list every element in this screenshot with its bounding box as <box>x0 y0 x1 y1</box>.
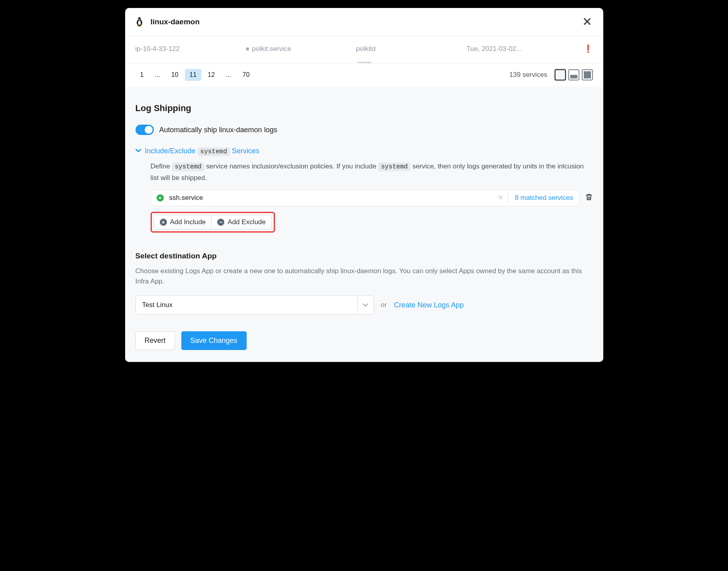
filter-input[interactable]: ssh.service <box>169 194 493 202</box>
systemd-chip: systemd <box>198 147 230 156</box>
page-ellipsis: ... <box>221 69 236 81</box>
collapse-title: Include/Exclude systemd Services <box>145 147 259 155</box>
destination-section: Select destination App Choose existing L… <box>135 252 593 350</box>
clear-filter-icon[interactable]: ✕ <box>493 194 508 202</box>
log-shipping-title: Log Shipping <box>135 103 593 113</box>
include-exclude-desc: Define systemd service names inclusion/e… <box>151 161 593 183</box>
chevron-down-icon <box>135 148 141 154</box>
modal-dialog: linux-daemon ✕ ip-10-4-33-122 polkit.ser… <box>125 8 603 362</box>
page-11-active[interactable]: 11 <box>185 69 202 81</box>
destination-selected-value: Test Linux <box>136 301 357 309</box>
pagination: 1 ... 10 11 12 ... 70 <box>135 69 255 81</box>
add-filter-button-group: + Add Include − Add Exclude <box>151 212 275 233</box>
content-area: Log Shipping Automatically ship linux-da… <box>125 86 603 362</box>
systemd-chip: systemd <box>378 162 410 171</box>
create-new-app-link[interactable]: Create New Logs App <box>394 301 464 309</box>
revert-button[interactable]: Revert <box>135 331 175 350</box>
filter-row: + ssh.service ✕ 8 matched services <box>151 190 593 206</box>
modal-title: linux-daemon <box>151 18 200 26</box>
destination-row: Test Linux or Create New Logs App <box>135 295 593 315</box>
destination-desc: Choose existing Logs App or create a new… <box>135 266 593 287</box>
collapse-body: Define systemd service names inclusion/e… <box>151 161 593 233</box>
info-date: Tue, 2021-03-02... <box>467 45 577 53</box>
info-row: ip-10-4-33-122 polkit.service polkitd Tu… <box>125 36 603 63</box>
close-button[interactable]: ✕ <box>581 15 593 29</box>
layout-empty-icon[interactable] <box>555 69 566 80</box>
add-include-button[interactable]: + Add Include <box>154 215 212 229</box>
info-host: ip-10-4-33-122 <box>135 45 246 53</box>
trash-icon[interactable] <box>585 193 593 203</box>
matched-services-link[interactable]: 8 matched services <box>509 194 573 202</box>
layout-full-icon[interactable] <box>582 69 593 80</box>
status-dot-icon <box>246 47 249 51</box>
include-exclude-collapse[interactable]: Include/Exclude systemd Services <box>135 147 593 155</box>
collapse-suffix: Services <box>232 147 259 155</box>
save-changes-button[interactable]: Save Changes <box>181 331 247 350</box>
include-plus-icon: + <box>157 194 164 201</box>
info-service-name: polkit.service <box>252 45 291 53</box>
filter-input-wrap: + ssh.service ✕ 8 matched services <box>151 190 579 206</box>
auto-ship-toggle-row: Automatically ship linux-daemon logs <box>135 125 593 135</box>
action-buttons: Revert Save Changes <box>135 331 593 350</box>
destination-select[interactable]: Test Linux <box>135 295 374 315</box>
auto-ship-toggle[interactable] <box>135 125 154 135</box>
info-service: polkit.service <box>246 45 356 53</box>
layout-switcher <box>555 69 593 80</box>
add-exclude-button[interactable]: − Add Exclude <box>211 215 271 229</box>
svg-point-3 <box>140 19 140 19</box>
page-1[interactable]: 1 <box>135 69 149 81</box>
page-10[interactable]: 10 <box>167 69 183 81</box>
info-process: polkitd <box>356 45 467 53</box>
auto-ship-label: Automatically ship linux-daemon logs <box>159 126 277 134</box>
alert-icon: ❗ <box>577 44 593 53</box>
pagination-right: 139 services <box>509 69 593 80</box>
layout-half-icon[interactable] <box>568 69 579 80</box>
minus-icon: − <box>217 219 224 226</box>
services-count: 139 services <box>509 71 547 79</box>
divider <box>508 193 508 203</box>
linux-icon <box>134 16 145 27</box>
page-70[interactable]: 70 <box>237 69 254 81</box>
svg-point-4 <box>138 21 141 25</box>
page-ellipsis: ... <box>150 69 165 81</box>
destination-title: Select destination App <box>135 252 593 260</box>
page-12[interactable]: 12 <box>203 69 220 81</box>
header-left: linux-daemon <box>134 16 200 27</box>
systemd-chip: systemd <box>172 162 204 171</box>
modal-header: linux-daemon ✕ <box>125 8 603 36</box>
svg-point-2 <box>138 19 139 19</box>
add-include-label: Add Include <box>170 218 206 226</box>
pagination-bar: 1 ... 10 11 12 ... 70 139 services <box>125 63 603 86</box>
add-exclude-label: Add Exclude <box>228 218 265 226</box>
plus-icon: + <box>160 219 167 226</box>
or-text: or <box>381 301 387 309</box>
chevron-down-icon[interactable] <box>357 296 373 314</box>
collapse-prefix: Include/Exclude <box>145 147 196 155</box>
